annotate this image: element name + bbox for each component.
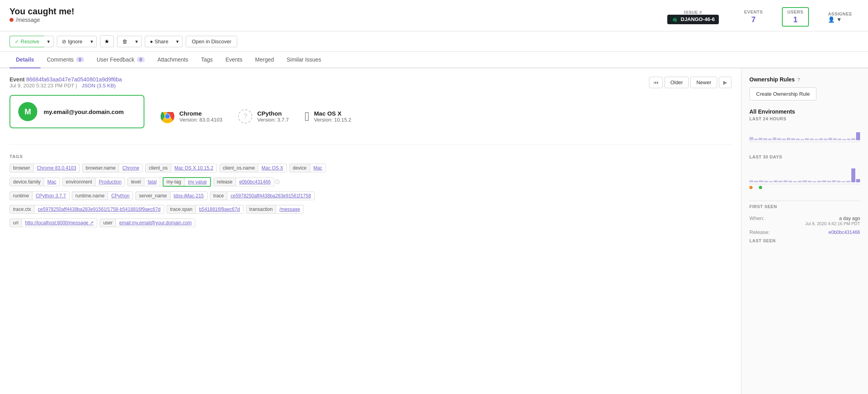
json-link[interactable]: JSON (3.5 KB) (82, 83, 116, 89)
user-icon: 👤 (828, 16, 835, 23)
status-dot (10, 18, 13, 22)
tech-chrome: Chrome Version: 83.0.4103 (160, 109, 222, 124)
checkmark-icon: ✓ (15, 39, 19, 44)
issue-title: You caught me! (10, 6, 74, 17)
tag-browser-name-value[interactable]: Chrome (119, 164, 143, 172)
green-dot (759, 186, 762, 189)
chart-24h (749, 124, 860, 148)
tags-title: TAGS (10, 154, 732, 159)
nav-next-button[interactable]: ▶ (719, 77, 732, 88)
star-button[interactable]: ★ (100, 35, 114, 47)
tag-release-value[interactable]: e0b0bc431466 (236, 178, 274, 186)
tab-merged[interactable]: Merged (249, 52, 280, 68)
release-value-link[interactable]: e0b0bc431466 (829, 230, 860, 235)
tag-release: release e0b0bc431466 ⓘ (213, 177, 280, 187)
share-dropdown-button[interactable]: ▾ (173, 36, 182, 47)
tag-client-os: client_os Mac OS X 10.15.2 (145, 164, 217, 172)
when-label: When: (749, 215, 764, 221)
period-24h-label: LAST 24 HOURS (749, 116, 860, 121)
ownership-rules-title: Ownership Rules ? (749, 76, 860, 83)
tab-comments[interactable]: Comments 0 (40, 52, 90, 68)
environment-label: All Environments (749, 108, 860, 115)
nav-prev-button[interactable]: ⏮ (649, 77, 663, 88)
events-label: EVENTS (744, 10, 763, 14)
chrome-version: Version: 83.0.4103 (179, 117, 222, 123)
tag-trace: trace ce5978250aff4438ba283e91561f1758 (210, 191, 315, 200)
django-badge: dj DJANGO-46-6 (667, 15, 719, 24)
sidebar-meta: When: a day ago Jul 8, 2020 4:42:16 PM P… (749, 215, 860, 243)
tag-runtime-name-value[interactable]: CPython (108, 191, 133, 200)
tag-device-family: device.family Mac (10, 177, 60, 187)
issue-number-label: ISSUE # (684, 10, 702, 15)
tag-device-value[interactable]: Mac (310, 164, 326, 172)
event-id-link[interactable]: 86684fa63aa047e7a0540801a9d9f6ba (26, 76, 122, 83)
ignore-dropdown-button[interactable]: ▾ (87, 36, 97, 47)
tag-transaction-value[interactable]: /message (276, 205, 303, 214)
python-icon: ? (238, 109, 252, 124)
tag-trace-ctx-value[interactable]: ce5978250aff4438ba283e91561f1758-b541881… (35, 205, 164, 214)
when-date: Jul 8, 2020 4:42:16 PM PDT (805, 221, 860, 226)
tag-level: level fatal (127, 177, 160, 187)
user-feedback-badge: 0 (137, 57, 145, 62)
ignore-button[interactable]: ⊘ Ignore (57, 36, 87, 47)
apple-icon:  (305, 109, 309, 124)
tag-device: device Mac (289, 164, 326, 172)
assignee-selector[interactable]: 👤 ▼ (828, 16, 852, 23)
open-discover-button[interactable]: Open in Discover (186, 36, 237, 47)
tag-environment-value[interactable]: Production (96, 178, 125, 186)
tech-python: ? CPython Version: 3.7.7 (238, 109, 289, 124)
tag-level-value[interactable]: fatal (144, 178, 160, 186)
tag-browser: browser Chrome 83.0.4103 (10, 164, 80, 172)
resolve-button[interactable]: ✓ Resolve (10, 36, 44, 47)
tab-similar-issues[interactable]: Similar Issues (280, 52, 327, 68)
tab-tags[interactable]: Tags (195, 52, 219, 68)
users-label: USERS (787, 10, 803, 14)
tag-trace-ctx: trace.ctx ce5978250aff4438ba283e91561f17… (10, 205, 164, 214)
trash-icon: 🗑 (122, 39, 127, 44)
tag-runtime-value[interactable]: CPython 3.7.7 (33, 191, 69, 200)
tab-details[interactable]: Details (10, 52, 40, 68)
tab-events[interactable]: Events (219, 52, 249, 68)
tag-browser-value[interactable]: Chrome 83.0.4103 (34, 164, 80, 172)
orange-dot (749, 186, 753, 189)
tag-server-name-value[interactable]: Idos-iMac-215 (171, 191, 207, 200)
tag-transaction: transaction /message (246, 205, 304, 214)
tag-client-os-name: client_os.name Mac OS X (219, 164, 287, 172)
tag-my-tag-value[interactable]: my value (185, 178, 210, 186)
tag-client-os-name-value[interactable]: Mac OS X (258, 164, 287, 172)
django-icon: dj (671, 16, 678, 23)
period-30d-label: LAST 30 DAYS (749, 155, 860, 159)
issue-path: /message (16, 17, 40, 23)
when-value: a day ago (805, 216, 860, 221)
share-button[interactable]: ● Share (145, 36, 173, 47)
nav-newer-button[interactable]: Newer (690, 77, 717, 88)
tag-device-family-value[interactable]: Mac (44, 178, 60, 186)
tag-client-os-value[interactable]: Mac OS X 10.15.2 (171, 164, 217, 172)
user-email: my.email@your.domain.com (44, 108, 124, 115)
tag-runtime-name: runtime.name CPython (72, 191, 133, 200)
macos-label: Mac OS X (314, 110, 351, 117)
tag-trace-value[interactable]: ce5978250aff4438ba283e91561f1758 (227, 191, 315, 200)
chrome-label: Chrome (179, 110, 222, 117)
tag-my-tag: my-tag my value (163, 177, 211, 187)
delete-button[interactable]: 🗑 (117, 36, 132, 47)
event-label: Event (10, 76, 25, 83)
tag-browser-name: browser.name Chrome (82, 164, 143, 172)
resolve-dropdown-button[interactable]: ▾ (44, 36, 54, 47)
tag-environment: environment Production (62, 177, 125, 187)
tag-url-value[interactable]: http://localhost:8000/message ↗ (22, 218, 97, 227)
assignee-label: ASSIGNEE (828, 12, 852, 16)
tab-user-feedback[interactable]: User Feedback 0 (90, 52, 151, 68)
avatar: M (18, 102, 37, 121)
tag-user-value[interactable]: email:my.email@your.domain.com (116, 218, 195, 227)
tag-trace-span-value[interactable]: b5418816f9aec67d (196, 205, 244, 214)
assignee-chevron-icon: ▼ (836, 16, 842, 23)
tab-attachments[interactable]: Attachments (151, 52, 195, 68)
last-seen-label: LAST SEEN (749, 238, 860, 243)
tab-bar: Details Comments 0 User Feedback 0 Attac… (0, 52, 868, 68)
create-ownership-rule-button[interactable]: Create Ownership Rule (749, 87, 816, 100)
delete-dropdown-button[interactable]: ▾ (132, 36, 142, 47)
tag-runtime: runtime CPython 3.7.7 (10, 191, 69, 200)
nav-older-button[interactable]: Older (664, 77, 689, 88)
python-version: Version: 3.7.7 (257, 117, 289, 123)
